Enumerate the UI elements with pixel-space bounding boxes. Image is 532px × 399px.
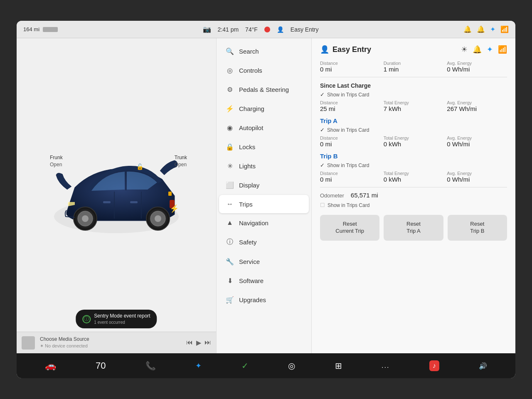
trip-a-show-trips-row[interactable]: ✓ Show in Trips Card [320,127,507,133]
charging-label: Charging [239,105,264,112]
odometer-row: Odometer 65,571 mi [320,192,507,199]
music-icon: ♪ [433,362,436,369]
reset-current-trip-button[interactable]: ResetCurrent Trip [320,215,379,241]
status-bar: 164 mi 📷 2:41 pm 74°F 👤 Easy Entry 🔔 🔔 ✦… [17,21,515,38]
sentry-text: Sentry Mode event report 1 event occurre… [94,313,150,325]
divider-2 [320,187,507,187]
frunk-label: Frunk Open [50,154,63,168]
since-last-charge-stats: Distance 25 mi Total Energy 7 kWh Avg. E… [320,100,507,112]
alert-bell-icon: 🔔 [473,45,482,54]
autopilot-label: Autopilot [239,124,263,131]
check-icon: ✓ [241,361,249,371]
menu-item-search[interactable]: 🔍 Search [219,42,309,61]
bluetooth-icon: ✦ [490,25,495,33]
trip-a-section: Trip A ✓ Show in Trips Card Distance 0 m… [320,117,507,148]
taskbar-volume-display: 70 [96,360,106,371]
status-right: 🔔 🔔 ✦ 📶 [463,25,509,33]
car-container: Frunk Open Trunk Open [42,138,191,254]
temp-display: 74°F [245,26,258,33]
current-duration-stat: Duration 1 min [384,61,444,73]
bt-icon: ✦ [487,45,493,54]
menu-item-safety[interactable]: ⓘ Safety [219,232,309,252]
odometer-show-trips-row[interactable]: ☐ Show in Trips Card [320,202,507,208]
menu-item-display[interactable]: ⬜ Display [219,176,309,195]
svg-rect-13 [168,192,172,196]
search-label: Search [239,48,259,55]
trips-icon: ↔ [226,200,234,208]
upgrades-label: Upgrades [239,296,266,303]
menu-item-lights[interactable]: ✳ Lights [219,157,309,175]
next-button[interactable]: ⏭ [204,339,211,347]
menu-item-locks[interactable]: 🔒 Locks [219,138,309,156]
taskbar-bluetooth[interactable]: ✦ [195,361,202,370]
trip-a-avg-energy-stat: Avg. Energy 0 Wh/mi [447,135,507,148]
tesla-screen: 164 mi 📷 2:41 pm 74°F 👤 Easy Entry 🔔 🔔 ✦… [17,21,515,378]
since-show-trips-row[interactable]: ✓ Show in Trips Card [320,91,507,98]
charging-icon: ⚡ [226,105,234,113]
sentry-icon: ⓘ [82,315,91,323]
taskbar-car[interactable]: 🚗 [45,360,56,371]
lights-icon: ✳ [226,162,234,170]
taskbar-music[interactable]: ♪ [429,360,439,371]
menu-item-service[interactable]: 🔧 Service [219,252,309,271]
taskbar-grid[interactable]: ⊞ [335,361,342,371]
trip-a-energy-stat: Total Energy 0 kWh [384,135,444,148]
status-left: 164 mi [23,26,58,32]
svg-point-6 [82,215,89,222]
menu-item-pedals[interactable]: ⚙ Pedals & Steering [219,80,309,99]
reset-trip-a-button[interactable]: ResetTrip A [384,215,443,241]
trip-b-energy-stat: Total Energy 0 kWh [384,171,444,183]
taskbar-check[interactable]: ✓ [241,361,249,371]
left-panel: Frunk Open Trunk Open [17,38,216,353]
taskbar-dots[interactable]: ... [382,362,389,369]
since-distance-stat: Distance 25 mi [320,100,380,112]
menu-item-trips[interactable]: ↔ Trips [219,195,309,213]
trip-b-title: Trip B [320,153,507,160]
panel-top-icons: ☀ 🔔 ✦ 📶 [461,45,507,54]
trip-b-stats: Distance 0 mi Total Energy 0 kWh Avg. En… [320,171,507,183]
trip-a-check-icon: ✓ [320,127,325,133]
menu-item-upgrades[interactable]: 🛒 Upgrades [219,291,309,309]
reset-trip-b-button[interactable]: ResetTrip B [448,215,507,241]
time-display: 2:41 pm [218,26,239,33]
taskbar: 🚗 70 📞 ✦ ✓ ◎ ⊞ ... ♪ 🔊 [17,353,515,378]
car-illustration: 🔓 [42,138,191,254]
controls-icon: ◎ [226,66,234,74]
play-button[interactable]: ▶ [196,339,201,347]
taskbar-volume[interactable]: 🔊 [479,362,487,370]
grid-icon: ⊞ [335,361,342,371]
service-icon: 🔧 [226,258,234,266]
user-icon: 👤 [277,26,284,33]
easy-entry-label: Easy Entry [291,26,319,33]
alert-icon: 🔔 [477,25,485,33]
odometer-section: Odometer 65,571 mi ☐ Show in Trips Card [320,192,507,208]
menu-item-software[interactable]: ⬇ Software [219,271,309,290]
menu-item-autopilot[interactable]: ◉ Autopilot [219,118,309,137]
steering-icon: ◎ [288,361,295,371]
media-info: Choose Media Source ✶ No device connecte… [40,336,181,349]
trip-b-check-icon: ✓ [320,162,325,168]
menu-item-charging[interactable]: ⚡ Charging [219,99,309,118]
taskbar-steering[interactable]: ◎ [288,361,295,371]
since-energy-stat: Total Energy 7 kWh [384,100,444,112]
sentry-badge[interactable]: ⓘ Sentry Mode event report 1 event occur… [76,310,157,328]
prev-button[interactable]: ⏮ [186,339,193,347]
sun-icon: ☀ [461,45,468,54]
trip-b-distance-stat: Distance 0 mi [320,171,380,183]
trip-b-section: Trip B ✓ Show in Trips Card Distance 0 m… [320,153,507,183]
trip-a-title: Trip A [320,117,507,124]
menu-item-controls[interactable]: ◎ Controls [219,61,309,80]
safety-icon: ⓘ [226,238,234,246]
taskbar-phone[interactable]: 📞 [145,361,156,371]
signal-icon: 📶 [500,25,509,33]
current-trip-row: Distance 0 mi Duration 1 min Avg. Energy… [320,61,507,73]
lights-label: Lights [239,163,256,170]
title-user-icon: 👤 [320,45,329,54]
navigation-label: Navigation [239,219,268,227]
charge-icon: ⚡ [170,204,179,213]
trip-b-show-trips-row[interactable]: ✓ Show in Trips Card [320,162,507,168]
status-center: 📷 2:41 pm 74°F 👤 Easy Entry [203,25,319,33]
current-energy-stat: Avg. Energy 0 Wh/mi [447,61,507,73]
menu-item-navigation[interactable]: ▲ Navigation [219,214,309,232]
software-icon: ⬇ [226,277,234,285]
